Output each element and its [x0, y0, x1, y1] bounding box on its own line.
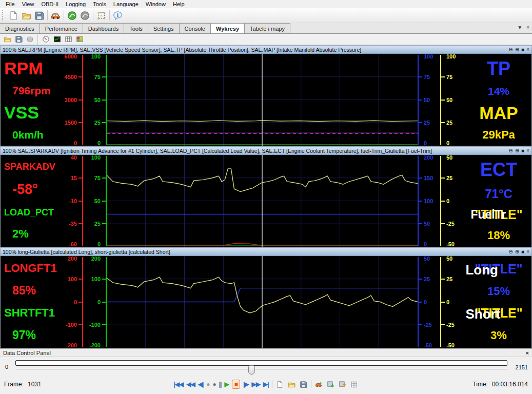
- main-toolbar: i: [0, 8, 532, 23]
- panel-zoom-out-button[interactable]: ⊖: [508, 47, 513, 52]
- save-icon[interactable]: [33, 9, 46, 22]
- axis-tick-label: 200: [424, 154, 433, 161]
- tab-tools[interactable]: Tools: [124, 23, 148, 33]
- gauge-icon[interactable]: [41, 35, 51, 44]
- tab-dashboards[interactable]: Dashboards: [83, 23, 124, 33]
- readout-label: "TITLE"Short: [475, 307, 522, 320]
- panel-zoom-in-button[interactable]: ⊕: [515, 47, 519, 52]
- play-button[interactable]: ▶: [224, 381, 228, 387]
- import-data-button[interactable]: [326, 380, 335, 389]
- frame-value: 1031: [28, 381, 42, 388]
- menu-window[interactable]: Window: [142, 1, 169, 8]
- panel-close-button[interactable]: ×: [526, 249, 529, 254]
- fast-forward-button[interactable]: ▶▶: [252, 381, 260, 387]
- export-data-button[interactable]: [338, 380, 347, 389]
- tab-tabele-i-mapy[interactable]: Tabele i mapy: [244, 23, 290, 33]
- menu-tools[interactable]: Tools: [89, 1, 110, 8]
- step-back-button[interactable]: ◀|: [198, 381, 204, 387]
- axis-tick-label: 0: [74, 299, 77, 305]
- readout-label: RPM: [4, 60, 43, 77]
- panel-maximize-button[interactable]: ■: [521, 148, 524, 153]
- menu-view[interactable]: View: [18, 1, 38, 8]
- record-button[interactable]: ●: [213, 381, 216, 387]
- svg-text:i: i: [117, 11, 119, 17]
- panel-maximize-button[interactable]: ■: [521, 47, 524, 52]
- axis-tick: [419, 178, 422, 179]
- menu-language[interactable]: Language: [110, 1, 142, 8]
- disconnect-icon[interactable]: [78, 9, 91, 22]
- skip-last-button[interactable]: ▶|: [263, 381, 269, 387]
- axis-tick: [419, 201, 422, 202]
- axis-tick-label: 25: [446, 276, 452, 282]
- menu-logging[interactable]: Logging: [62, 1, 89, 8]
- frame-range-bar[interactable]: [15, 360, 507, 366]
- data-control-panel-titlebar[interactable]: Data Control Panel ×: [0, 349, 532, 357]
- panel-close-button[interactable]: ×: [526, 148, 529, 153]
- frame-slider-thumb[interactable]: [248, 365, 255, 375]
- menu-file[interactable]: File: [2, 1, 18, 8]
- toolbar-grip[interactable]: [2, 10, 5, 21]
- axis-tick-label: 0: [424, 299, 427, 305]
- frame-slider-track[interactable]: [15, 369, 507, 369]
- axis-tick: [78, 122, 82, 123]
- toolbar-separator: [47, 10, 48, 21]
- connect-icon[interactable]: [66, 9, 78, 22]
- open-log-button[interactable]: [287, 380, 296, 389]
- select-box-icon[interactable]: [95, 9, 108, 22]
- menu-obd2[interactable]: OBD-II: [37, 1, 62, 8]
- plot-area[interactable]: [107, 54, 418, 146]
- panel-maximize-button[interactable]: ■: [521, 249, 524, 254]
- mini-chart-icon[interactable]: [52, 35, 62, 44]
- grid-view-button[interactable]: [350, 380, 359, 389]
- car-icon[interactable]: [49, 9, 62, 22]
- chart-toolbar: [0, 34, 532, 45]
- skip-first-button[interactable]: |◀◀: [173, 381, 183, 387]
- panel-zoom-out-button[interactable]: ⊖: [508, 249, 513, 254]
- tab-wykresy[interactable]: Wykresy: [210, 23, 245, 33]
- readout-text: 29kPa: [482, 128, 515, 141]
- save-icon[interactable]: [13, 35, 24, 44]
- chart-panel-title: 100% SAE.RPM [Engine RPM], SAE.VSS [Vehi…: [3, 47, 361, 53]
- stop-button[interactable]: ■: [232, 380, 240, 389]
- chart-panel-titlebar[interactable]: 100% SAE.SPARKADV [Ignition Timing Advan…: [1, 147, 531, 155]
- open-folder-icon[interactable]: [2, 35, 12, 44]
- record-vehicle-button[interactable]: [314, 380, 323, 389]
- axis-tick-label: 50: [424, 97, 430, 103]
- tab-performance[interactable]: Performance: [40, 23, 83, 33]
- menu-help[interactable]: Help: [169, 1, 188, 8]
- readout-text: LONGFT1: [4, 262, 57, 274]
- slider-min-label: 0: [5, 364, 8, 370]
- panel-zoom-out-button[interactable]: ⊖: [508, 148, 513, 153]
- panel-close-button[interactable]: ×: [526, 47, 529, 52]
- panel-window-buttons: ⊖⊕■×: [508, 249, 529, 254]
- panel-zoom-in-button[interactable]: ⊕: [515, 148, 519, 153]
- export-gray-icon[interactable]: [25, 35, 35, 44]
- tab-close-icon[interactable]: ×: [526, 25, 529, 30]
- pause-button[interactable]: ||: [219, 381, 222, 387]
- tab-console[interactable]: Console: [179, 23, 211, 33]
- axis-tick-label: -100: [66, 322, 77, 328]
- open-folder-icon[interactable]: [20, 9, 33, 22]
- axis-tick-label: -60: [69, 241, 77, 247]
- step-forward-button[interactable]: |▶: [243, 381, 249, 387]
- tab-settings[interactable]: Settings: [148, 23, 180, 33]
- plot-area[interactable]: [107, 155, 418, 247]
- tab-dropdown-icon[interactable]: ▼: [517, 25, 522, 30]
- new-doc-icon[interactable]: [7, 9, 20, 22]
- table-icon[interactable]: [63, 35, 73, 44]
- chart-panel-titlebar[interactable]: 100% SAE.RPM [Engine RPM], SAE.VSS [Vehi…: [1, 46, 531, 54]
- info-icon[interactable]: i: [111, 9, 124, 22]
- record-idle-indicator[interactable]: ●: [206, 381, 209, 387]
- axis-tick-label: -200: [66, 342, 77, 348]
- axis-tick-label: -25: [446, 221, 455, 227]
- rewind-button[interactable]: ◀◀: [186, 381, 194, 387]
- panel-zoom-in-button[interactable]: ⊕: [515, 249, 519, 254]
- data-control-close-icon[interactable]: ×: [526, 350, 529, 356]
- new-log-button[interactable]: [275, 380, 284, 389]
- axis-tick-label: 150: [424, 175, 433, 181]
- tab-diagnostics[interactable]: Diagnostics: [0, 23, 40, 33]
- save-log-button[interactable]: [299, 380, 308, 389]
- chart-panel-titlebar[interactable]: 100% long-Giulietta [calculated Long], s…: [1, 248, 531, 256]
- plot-area[interactable]: [107, 256, 418, 348]
- map-colored-icon[interactable]: [74, 35, 85, 44]
